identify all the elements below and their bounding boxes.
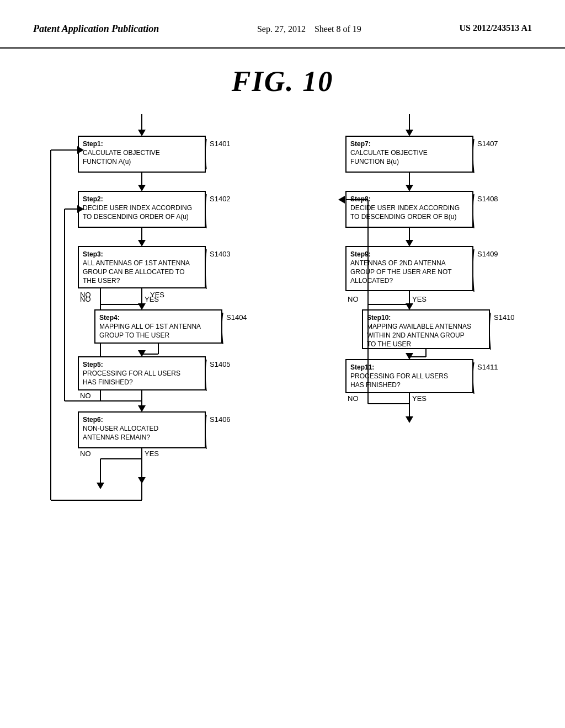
svg-text:DECIDE USER INDEX ACCORDING: DECIDE USER INDEX ACCORDING (350, 204, 460, 212)
svg-text:ANTENNAS OF 2ND ANTENNA: ANTENNAS OF 2ND ANTENNA (350, 259, 446, 267)
svg-text:NO: NO (80, 449, 91, 458)
svg-text:HAS FINISHED?: HAS FINISHED? (83, 378, 133, 386)
svg-marker-80 (406, 185, 413, 191)
svg-text:Step10:: Step10: (367, 314, 391, 322)
svg-text:Step11:: Step11: (350, 363, 374, 371)
svg-text:WITHIN 2ND ANTENNA GROUP: WITHIN 2ND ANTENNA GROUP (367, 331, 465, 339)
svg-marker-73 (406, 130, 413, 136)
svg-text:NO: NO (348, 394, 359, 403)
svg-text:YES: YES (412, 295, 427, 303)
svg-text:YES: YES (145, 295, 159, 303)
svg-text:CALCULATE OBJECTIVE: CALCULATE OBJECTIVE (83, 149, 160, 157)
svg-text:S1403: S1403 (210, 250, 231, 258)
svg-text:PROCESSING FOR ALL USERS: PROCESSING FOR ALL USERS (83, 370, 180, 377)
svg-text:GROUP TO THE USER: GROUP TO THE USER (99, 331, 169, 339)
svg-marker-1 (138, 130, 146, 136)
patent-number: US 2012/243513 A1 (459, 22, 532, 34)
svg-text:TO DESCENDING ORDER OF A(u): TO DESCENDING ORDER OF A(u) (83, 213, 189, 221)
svg-text:TO DESCENDING ORDER OF B(u): TO DESCENDING ORDER OF B(u) (350, 213, 456, 221)
svg-text:THE USER?: THE USER? (83, 277, 120, 285)
svg-text:S1404: S1404 (226, 313, 247, 322)
svg-text:HAS FINISHED?: HAS FINISHED? (350, 381, 401, 389)
page-header: Patent Application Publication Sep. 27, … (0, 0, 565, 49)
svg-marker-87 (406, 240, 413, 247)
svg-marker-29 (138, 303, 146, 310)
svg-text:NO: NO (80, 295, 91, 303)
svg-text:NO: NO (348, 295, 359, 303)
svg-text:DECIDE USER INDEX ACCORDING: DECIDE USER INDEX ACCORDING (83, 204, 192, 212)
svg-text:S1411: S1411 (477, 363, 498, 371)
svg-marker-15 (138, 240, 146, 247)
svg-text:PROCESSING FOR ALL USERS: PROCESSING FOR ALL USERS (350, 372, 448, 380)
svg-marker-64 (97, 483, 104, 489)
svg-text:MAPPING AVAILABLE ANTENNAS: MAPPING AVAILABLE ANTENNAS (367, 323, 471, 330)
svg-text:FUNCTION B(u): FUNCTION B(u) (350, 158, 399, 165)
svg-text:Step7:: Step7: (350, 140, 371, 148)
svg-text:YES: YES (145, 449, 159, 458)
svg-text:S1408: S1408 (477, 195, 498, 203)
svg-text:MAPPING ALL OF 1ST ANTENNA: MAPPING ALL OF 1ST ANTENNA (99, 323, 201, 330)
sheet-info: Sheet 8 of 19 (315, 24, 361, 34)
flowchart-diagram: Step1: CALCULATE OBJECTIVE FUNCTION A(u)… (34, 109, 531, 649)
svg-text:Step3:: Step3: (83, 250, 103, 258)
svg-text:S1405: S1405 (210, 360, 231, 368)
svg-text:NO: NO (80, 392, 91, 400)
svg-text:Step4:: Step4: (99, 314, 120, 322)
svg-text:Step1:: Step1: (83, 140, 103, 148)
publication-label: Patent Application Publication (33, 22, 159, 36)
svg-text:GROUP CAN BE ALLOCATED TO: GROUP CAN BE ALLOCATED TO (83, 268, 185, 276)
svg-text:FUNCTION A(u): FUNCTION A(u) (83, 158, 131, 165)
svg-text:ANTENNAS REMAIN?: ANTENNAS REMAIN? (83, 433, 150, 441)
svg-marker-8 (138, 185, 146, 191)
svg-text:NON-USER ALLOCATED: NON-USER ALLOCATED (83, 425, 158, 432)
date-sheet-info: Sep. 27, 2012 Sheet 8 of 19 (257, 22, 361, 36)
svg-marker-98 (406, 303, 413, 310)
svg-text:ALLOCATED?: ALLOCATED? (350, 277, 393, 285)
svg-text:Step6:: Step6: (83, 416, 103, 424)
figure-title: FIG. 10 (0, 65, 565, 98)
svg-text:Step5:: Step5: (83, 361, 103, 368)
svg-text:S1407: S1407 (477, 140, 498, 148)
svg-text:S1406: S1406 (210, 415, 231, 424)
svg-text:ALL ANTENNAS OF 1ST ANTENNA: ALL ANTENNAS OF 1ST ANTENNA (83, 259, 190, 267)
svg-marker-120 (338, 196, 345, 204)
svg-text:S1410: S1410 (494, 313, 515, 322)
svg-text:Step2:: Step2: (83, 195, 103, 203)
svg-text:GROUP OF THE USER ARE NOT: GROUP OF THE USER ARE NOT (350, 268, 452, 276)
publication-date: Sep. 27, 2012 (257, 24, 306, 34)
svg-text:YES: YES (412, 394, 427, 403)
svg-text:S1401: S1401 (210, 140, 231, 148)
svg-text:S1402: S1402 (210, 195, 231, 203)
svg-marker-53 (138, 405, 146, 412)
svg-text:TO THE USER: TO THE USER (367, 340, 412, 348)
svg-text:CALCULATE OBJECTIVE: CALCULATE OBJECTIVE (350, 149, 428, 157)
svg-text:S1409: S1409 (477, 250, 498, 258)
svg-marker-122 (406, 416, 413, 423)
